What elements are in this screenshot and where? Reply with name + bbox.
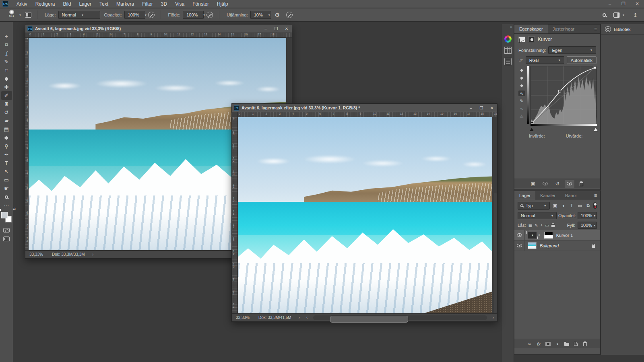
background-lock-icon[interactable] (592, 245, 595, 248)
marquee-tool[interactable]: ⌑ (1, 41, 12, 49)
menu-item[interactable]: Redigera (31, 1, 59, 7)
blend-mode-select[interactable]: Normal ▾ (58, 11, 100, 19)
filter-type-layers-icon[interactable]: T (568, 203, 575, 208)
tab-lager[interactable]: Lager (514, 191, 535, 200)
new-layer-icon[interactable] (573, 342, 579, 346)
curves-plot[interactable] (530, 66, 597, 124)
tab-kanaler[interactable]: Kanaler (535, 191, 560, 200)
delete-adjustment-icon[interactable] (577, 180, 586, 188)
new-group-icon[interactable] (564, 341, 570, 346)
size-pressure-icon[interactable] (286, 12, 293, 18)
gray-point-eyedropper-icon[interactable] (518, 75, 525, 81)
color-panel-icon[interactable] (504, 35, 512, 43)
layer-mask-icon[interactable] (528, 37, 535, 42)
targeted-adjustment-icon[interactable]: ☞ (518, 57, 523, 63)
app-close-button[interactable]: ✕ (630, 1, 644, 6)
panel-menu-icon[interactable]: ≡ (591, 25, 600, 33)
rectangle-tool[interactable]: ▭ (1, 176, 12, 184)
smoothing-options-gear-icon[interactable]: ⚙ (274, 12, 281, 18)
foreground-color-swatch[interactable] (1, 212, 8, 218)
clip-to-layer-icon[interactable]: ▣ (528, 180, 538, 188)
type-tool[interactable]: T (1, 159, 12, 167)
preset-select[interactable]: Egen ▾ (548, 46, 596, 54)
brush-preset-picker[interactable]: 511 (6, 9, 18, 21)
clone-stamp-tool[interactable]: ♜ (1, 100, 12, 108)
doc2-horizontal-scrollbar[interactable] (313, 315, 487, 320)
crop-tool[interactable]: ⌗ (1, 66, 12, 74)
black-input-slider[interactable] (530, 128, 534, 131)
filter-adjustment-layers-icon[interactable]: ◑ (560, 203, 567, 208)
eraser-tool[interactable]: ▰ (1, 117, 12, 125)
tab-bibliotek[interactable]: Bibliotek (601, 24, 644, 35)
curve-pencil-icon[interactable]: ✎ (518, 98, 525, 104)
flow-select[interactable]: 100% ▾ (183, 11, 204, 19)
menu-item[interactable]: 3D (157, 1, 171, 7)
gradient-tool[interactable]: ▤ (1, 125, 12, 134)
link-layers-icon[interactable]: ∞ (527, 341, 533, 346)
share-icon[interactable]: ↥ (633, 12, 638, 18)
history-brush-tool[interactable]: ↺ (1, 108, 12, 117)
brush-tool[interactable]: ✐ (1, 91, 12, 100)
filter-pixel-layers-icon[interactable]: ▣ (552, 203, 558, 208)
blur-tool[interactable] (1, 134, 12, 142)
adjustment-layer-thumbnail[interactable]: ◑ (528, 232, 537, 239)
channel-select[interactable]: RGB ▾ (526, 56, 564, 64)
layer-mask-thumbnail[interactable] (544, 232, 553, 239)
chevron-down-icon[interactable]: ▾ (623, 13, 624, 17)
doc2-canvas[interactable] (238, 117, 492, 314)
mask-link-icon[interactable]: ∞ (537, 234, 541, 237)
smooth-curve-icon[interactable]: ∿ (518, 106, 525, 111)
menu-item[interactable]: Hjälp (213, 1, 232, 7)
menu-item[interactable]: Lager (75, 1, 95, 7)
learn-panel-icon[interactable] (504, 58, 512, 65)
lock-position-icon[interactable]: ⌖ (541, 223, 543, 228)
filter-shape-layers-icon[interactable]: ▭ (577, 203, 583, 208)
menu-item[interactable]: Arkiv (12, 1, 31, 7)
quick-mask-button[interactable] (3, 228, 10, 232)
smoothing-select[interactable]: 10% ▾ (250, 11, 271, 19)
tab-egenskaper[interactable]: Egenskaper (514, 25, 548, 33)
app-restore-button[interactable]: ❐ (617, 1, 630, 6)
hand-tool[interactable]: ☛ (1, 184, 12, 193)
menu-item[interactable]: Visa (171, 1, 188, 7)
object-selection-tool[interactable]: ✎ (1, 58, 12, 66)
white-input-slider[interactable] (594, 128, 598, 131)
panel-menu-icon[interactable]: ≡ (591, 191, 600, 200)
doc2-minimize-button[interactable]: – (466, 106, 476, 110)
screen-mode-button[interactable] (3, 237, 10, 241)
collapse-panels-icon[interactable]: « (502, 24, 514, 31)
layer-row-kurvor[interactable]: ◑ ∞ Kurvor 1 (514, 230, 600, 241)
doc1-zoom-level[interactable]: 33,33% (25, 252, 48, 257)
curve-point-tool-icon[interactable]: ∿ (518, 90, 525, 96)
new-adjustment-layer-icon[interactable]: ◑ (555, 341, 560, 346)
chevron-down-icon[interactable]: ▾ (19, 13, 21, 17)
tab-justeringar[interactable]: Justeringar (548, 25, 579, 33)
doc2-title-bar[interactable]: Ps Avsnitt 6, lagermask efter.jpg vid 33… (232, 104, 497, 112)
lock-transparency-icon[interactable]: ▦ (528, 223, 532, 228)
menu-item[interactable]: Fönster (188, 1, 213, 7)
default-colors-icon[interactable] (0, 207, 1, 211)
toggle-visibility-icon[interactable] (565, 180, 574, 188)
doc2-maximize-button[interactable]: ❐ (476, 106, 487, 110)
edit-toolbar-button[interactable]: ··· (1, 201, 12, 210)
move-tool[interactable]: ⌖ (1, 32, 12, 41)
scroll-left-chevron[interactable]: ‹ (303, 315, 311, 320)
layer-thumbnail[interactable] (528, 242, 537, 249)
layer-style-icon[interactable]: fx (536, 341, 542, 346)
layer-filter-select[interactable]: Typ ▾ (518, 202, 550, 210)
doc1-title-bar[interactable]: Ps Avsnitt 6, lagermask.jpg vid 33,3% (R… (25, 25, 292, 33)
layer-visibility-toggle[interactable] (514, 230, 525, 240)
workspace-icon[interactable] (613, 12, 620, 18)
dodge-tool[interactable]: ⚲ (1, 142, 12, 150)
search-icon[interactable] (603, 13, 606, 17)
opacity-select[interactable]: 100% ▾ (124, 11, 145, 19)
menu-item[interactable]: Text (95, 1, 112, 7)
status-options-chevron[interactable]: › (295, 315, 303, 320)
scroll-right-chevron[interactable]: › (489, 315, 497, 320)
lock-image-icon[interactable]: ✎ (535, 223, 538, 228)
app-minimize-button[interactable]: – (603, 1, 617, 6)
opacity-pressure-icon[interactable] (148, 12, 155, 18)
status-options-chevron[interactable]: › (89, 252, 97, 257)
toggle-brush-panel-icon[interactable] (25, 12, 31, 18)
layer-name[interactable]: Bakgrund (540, 243, 559, 248)
